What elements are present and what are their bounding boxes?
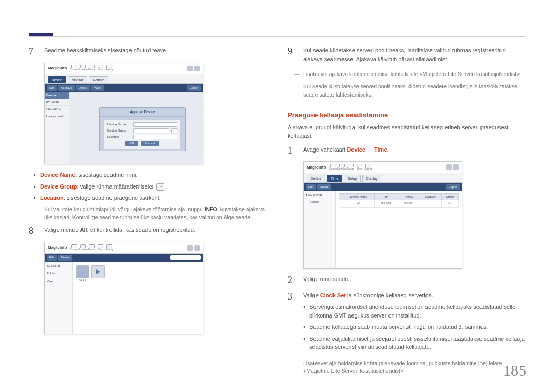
step-number: 8 xyxy=(29,226,38,237)
ss-right-icons xyxy=(187,245,200,251)
step3-note: Lisateavet aja haldamise kohta (ajakavad… xyxy=(288,360,526,376)
ss-logo: MagicInfo xyxy=(307,164,326,171)
user-icon: User xyxy=(97,65,103,72)
btn-edit: Edit xyxy=(47,255,57,261)
ss-body: By Group Folder View default xyxy=(45,262,203,334)
ss-sidebar: Device By Group FILE MNG Unapproved xyxy=(45,92,69,164)
ss-tabs: Device Time Setup Display xyxy=(304,173,462,183)
step9-note1: Lisateavet ajakava konfigureerimise koht… xyxy=(288,70,526,79)
btn-delete: Delete xyxy=(317,184,331,190)
user-icon: User xyxy=(356,164,362,171)
tab-setup: Setup xyxy=(344,175,361,182)
section-lead: Ajakava ei pruugi käivituda, kui seadmes… xyxy=(288,123,526,140)
device-group-field xyxy=(133,128,169,133)
tab-monitor: Monitor xyxy=(68,76,87,84)
ss-tabs: Device Monitor Remote xyxy=(45,74,203,84)
group-picker-btn: ··· xyxy=(171,128,177,133)
approve-dialog: Approve Device Device Name Device Group·… xyxy=(99,107,186,151)
step-number: 1 xyxy=(288,145,297,157)
step-text: Valige menüü All, et kontrollida, kas se… xyxy=(44,226,267,234)
step-2: 2 Valige oma seade. xyxy=(288,275,526,286)
setting-icon: Setting xyxy=(365,164,371,171)
folder-tile xyxy=(76,265,89,278)
btn-delete: Delete xyxy=(76,85,90,91)
content-icon: Content xyxy=(71,244,77,251)
tab-device: Device xyxy=(307,175,325,182)
search-box xyxy=(170,255,201,260)
ss-right-icons xyxy=(446,164,459,170)
step-text: Avage vahekaart Device → Time. xyxy=(303,145,526,154)
schedule-icon: Schedule xyxy=(80,65,86,72)
right-column: 9 Kui seade kiidetakse serveri poolt hea… xyxy=(288,46,526,380)
header-divider xyxy=(29,36,526,37)
step-3: 3 Valige Clock Set ja sünkroonige kellaa… xyxy=(288,291,526,354)
bullet-device-group: Device Group: valige rühma määratlemisek… xyxy=(34,182,267,191)
ss-main: Device Name IP MAC Location Status A1 19… xyxy=(336,191,462,268)
ss-header: MagicInfo Content Schedule Device User S… xyxy=(304,162,462,173)
step9-note2: Kui seade kustutatakse serveri poolt hea… xyxy=(288,83,526,99)
step-7: 7 Seadme heakskiitmiseks sisestage nõutu… xyxy=(29,46,267,58)
device-tile xyxy=(91,265,105,278)
ss-nav-icons: Content Schedule Device User Setting xyxy=(330,164,371,171)
tab-display: Display xyxy=(362,175,381,182)
content-icon: Content xyxy=(330,164,336,171)
ss-nav-icons: Content Schedule Device User Setting xyxy=(71,244,112,251)
section-title: Praeguse kellaaja seadistamine xyxy=(288,110,526,120)
table-row: A1 192.168... 00-00-... - On xyxy=(339,200,459,207)
content-icon: Content xyxy=(71,65,77,72)
step-9: 9 Kui seade kiidetakse serveri poolt hea… xyxy=(288,46,526,65)
location-field xyxy=(133,135,177,139)
step-text: Seadme heakskiitmiseks sisestage nõutud … xyxy=(44,46,267,55)
header-accent-bar xyxy=(29,33,53,36)
btn-delete: Delete xyxy=(58,255,72,261)
screenshot-device-time: MagicInfo Content Schedule Device User S… xyxy=(303,161,462,269)
ss-nav-icons: Content Schedule Device User Setting xyxy=(71,65,112,72)
tab-time: Time xyxy=(327,175,342,182)
ss-logo: MagicInfo xyxy=(48,245,67,251)
ss-main: default xyxy=(73,262,203,334)
page-number: 185 xyxy=(503,359,526,382)
bullet-location: Location: sisestage seadme praegune asuk… xyxy=(34,194,267,202)
screenshot-all-devices: MagicInfo Content Schedule Device User S… xyxy=(44,242,203,334)
dialog-body: Device Name Device Group··· Location OK … xyxy=(104,119,181,150)
tab-device: Device xyxy=(48,76,66,84)
content-columns: 7 Seadme heakskiitmiseks sisestage nõutu… xyxy=(29,46,526,380)
ss-body: ▾ My Device default Device Name IP MAC L… xyxy=(304,191,462,268)
ss-main: Approve Device Device Name Device Group·… xyxy=(69,92,203,164)
device-icon: Device xyxy=(347,164,354,171)
device-icon: Device xyxy=(88,65,95,72)
device-name-field xyxy=(133,122,177,127)
device-icon: Device xyxy=(88,244,95,251)
step-number: 3 xyxy=(288,291,297,303)
dialog-title: Approve Device xyxy=(100,108,185,117)
step-text: Valige Clock Set ja sünkroonige kellaaeg… xyxy=(303,291,526,354)
btn-edit: Edit xyxy=(306,184,316,190)
list-item: Seadme kellaaega saab muuta serverist, n… xyxy=(303,323,526,331)
cancel-button: Cancel xyxy=(141,141,159,146)
ss-header: MagicInfo Content Schedule Device User S… xyxy=(45,63,203,74)
ss-header: MagicInfo Content Schedule Device User S… xyxy=(45,242,203,254)
step7-bullets: Device Name: sisestage seadme nimi. Devi… xyxy=(34,171,267,202)
setting-icon: Setting xyxy=(106,65,112,72)
list-item: Seadme väljalülitamisel ja seejärel uues… xyxy=(303,334,526,351)
step-number: 2 xyxy=(288,275,297,286)
ss-right-icons xyxy=(187,66,200,71)
ss-toolbar: Edit Approve Delete Move Export xyxy=(45,84,203,92)
tab-remote: Remote xyxy=(89,76,109,84)
ss-sidebar: By Group Folder View xyxy=(45,262,73,334)
screenshot-approve-device: MagicInfo Content Schedule Device User S… xyxy=(44,63,203,165)
step-text: Kui seade kiidetakse serveri poolt heaks… xyxy=(303,46,526,65)
ss-toolbar: Edit Delete Export xyxy=(304,183,462,191)
bullet-device-name: Device Name: sisestage seadme nimi. xyxy=(34,171,267,179)
step7-note: Kui vajutate kaugjuhtimispuldil võrgu aj… xyxy=(29,206,267,222)
side-head: Device xyxy=(45,92,69,99)
step-text: Valige oma seade. xyxy=(303,275,526,284)
step-number: 9 xyxy=(288,46,297,58)
btn-approve: Approve xyxy=(58,85,75,91)
tree-root: ▾ My Device xyxy=(304,191,335,199)
ss-logo: MagicInfo xyxy=(48,65,67,71)
tree-child: default xyxy=(304,199,335,206)
step-1: 1 Avage vahekaart Device → Time. xyxy=(288,145,526,157)
left-column: 7 Seadme heakskiitmiseks sisestage nõutu… xyxy=(29,46,267,380)
ss-body: Device By Group FILE MNG Unapproved Appr… xyxy=(45,92,203,164)
